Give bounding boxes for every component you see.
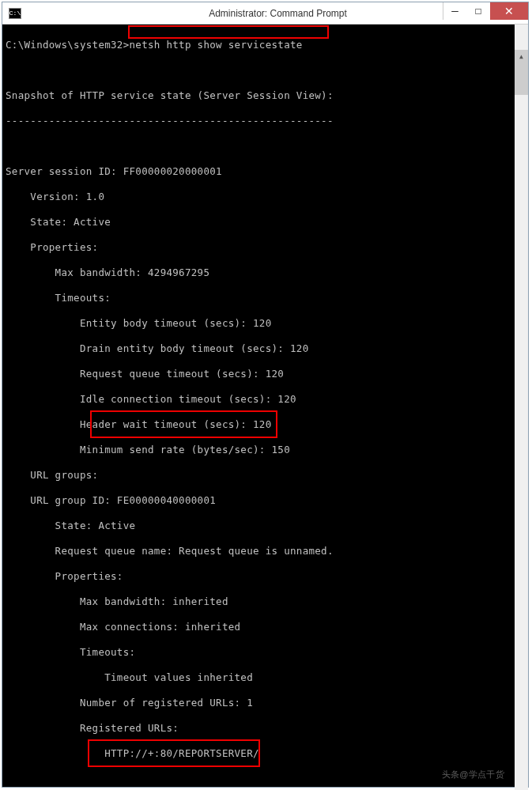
output-line: State: Active bbox=[6, 216, 525, 229]
minimize-button[interactable]: ─ bbox=[443, 2, 466, 20]
titlebar[interactable]: C:\ Administrator: Command Prompt ─ □ ✕ bbox=[2, 2, 528, 25]
output-line: Minimum send rate (bytes/sec): 150 bbox=[6, 444, 525, 456]
watermark-text: 头条@学点干货 bbox=[442, 768, 504, 781]
window-controls: ─ □ ✕ bbox=[443, 2, 528, 20]
output-line: Snapshot of HTTP service state (Server S… bbox=[6, 89, 525, 102]
output-line: HTTP://+:80/REPORTSERVER/ bbox=[6, 747, 525, 760]
highlight-command bbox=[128, 25, 329, 39]
output-line: Request queue name: Request queue is unn… bbox=[6, 545, 525, 558]
output-line: Entity body timeout (secs): 120 bbox=[6, 317, 525, 330]
output-line: Timeout values inherited bbox=[6, 671, 525, 684]
output-line: Properties: bbox=[6, 570, 525, 583]
command-prompt-window: C:\ Administrator: Command Prompt ─ □ ✕ … bbox=[2, 2, 529, 788]
prompt-line: C:\Windows\system32>netsh http show serv… bbox=[6, 39, 525, 51]
output-line: ----------------------------------------… bbox=[6, 115, 525, 127]
output-line: Header wait timeout (secs): 120 bbox=[6, 418, 525, 431]
terminal-viewport[interactable]: C:\Windows\system32>netsh http show serv… bbox=[2, 25, 528, 787]
output-line: State: Active bbox=[6, 520, 525, 532]
scroll-thumb[interactable] bbox=[515, 63, 528, 95]
output-line: Number of registered URLs: 1 bbox=[6, 697, 525, 709]
output-line: Max connections: inherited bbox=[6, 621, 525, 633]
output-line: Server session ID: FF00000020000001 bbox=[6, 165, 525, 178]
vertical-scrollbar[interactable]: ▲ ▼ bbox=[515, 25, 528, 787]
output-line: Version: 1.0 bbox=[6, 191, 525, 203]
scroll-track[interactable] bbox=[515, 95, 528, 790]
output-line: Timeouts: bbox=[6, 292, 525, 304]
output-line: Timeouts: bbox=[6, 646, 525, 659]
scroll-up-icon[interactable]: ▲ bbox=[515, 50, 528, 63]
close-button[interactable]: ✕ bbox=[490, 2, 528, 20]
maximize-button[interactable]: □ bbox=[466, 2, 490, 20]
output-line: Idle connection timeout (secs): 120 bbox=[6, 393, 525, 406]
output-line: URL group ID: FE00000040000001 bbox=[6, 494, 525, 507]
console-icon: C:\ bbox=[9, 8, 21, 19]
output-line: Max bandwidth: 4294967295 bbox=[6, 266, 525, 279]
output-line: Max bandwidth: inherited bbox=[6, 595, 525, 608]
output-line: Registered URLs: bbox=[6, 722, 525, 735]
output-line: Request queue timeout (secs): 120 bbox=[6, 368, 525, 380]
output-line: Properties: bbox=[6, 241, 525, 254]
output-line: URL groups: bbox=[6, 469, 525, 482]
output-line: Drain entity body timeout (secs): 120 bbox=[6, 342, 525, 355]
prompt-path: C:\Windows\system32> bbox=[6, 39, 130, 51]
command-text: netsh http show servicestate bbox=[130, 39, 303, 51]
